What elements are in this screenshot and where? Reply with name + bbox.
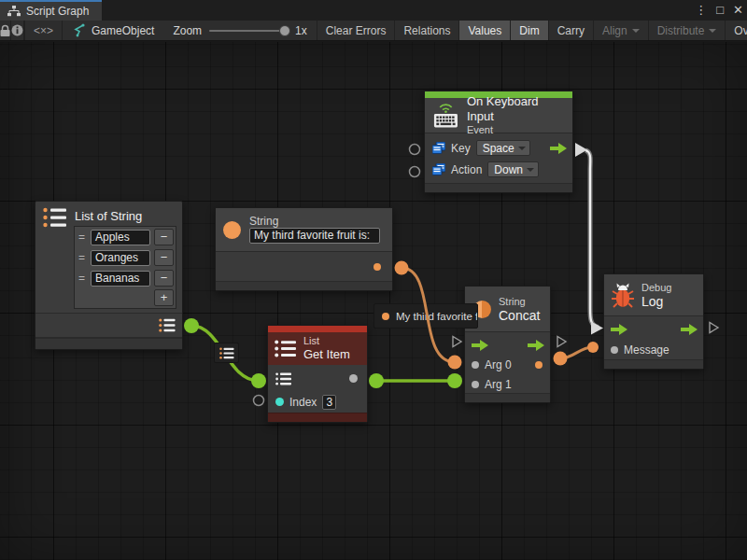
- key-port-label: Key: [451, 142, 471, 155]
- gameobject-label: GameObject: [92, 24, 154, 37]
- flow-output-port[interactable]: [681, 324, 698, 335]
- node-string-literal[interactable]: String My third favorite fruit is:: [215, 207, 393, 291]
- action-dropdown[interactable]: Down: [487, 161, 539, 177]
- flow-input-port[interactable]: [611, 324, 628, 335]
- dim-toggle[interactable]: Dim: [511, 21, 548, 40]
- values-toggle[interactable]: Values: [459, 21, 511, 40]
- code-preview-button[interactable]: <×>: [25, 21, 63, 40]
- node-footer: [425, 183, 572, 192]
- node-title: Get Item: [303, 347, 350, 362]
- node-debug-log[interactable]: Debug Log Message: [603, 273, 704, 370]
- list-input-port[interactable]: [275, 372, 292, 385]
- list-item-field[interactable]: Bananas: [91, 271, 150, 287]
- align-dropdown[interactable]: Align: [594, 21, 649, 40]
- result-output-port[interactable]: [535, 361, 543, 369]
- code-preview-glyph: <×>: [34, 24, 53, 37]
- list-item-field[interactable]: Oranges: [91, 250, 150, 266]
- unity-script-graph-window: Script Graph ⋮ □ ✕ <×>: [0, 0, 747, 560]
- node-footer: [465, 393, 550, 402]
- node-title: Log: [641, 294, 671, 309]
- index-label: Index: [289, 396, 317, 409]
- zoom-value: 1x: [295, 24, 307, 37]
- info-button[interactable]: [11, 21, 24, 40]
- node-on-keyboard-input[interactable]: On Keyboard Input Event Key Space: [424, 91, 573, 193]
- info-icon: [11, 24, 23, 36]
- distribute-label: Distribute: [657, 24, 705, 37]
- node-footer: [216, 281, 392, 290]
- string-type-icon: [223, 221, 241, 239]
- string-output-port[interactable]: [374, 263, 381, 271]
- overview-button[interactable]: Overv: [726, 21, 747, 40]
- zoom-slider-knob[interactable]: [279, 25, 290, 36]
- align-label: Align: [602, 24, 627, 37]
- remove-item-button[interactable]: −: [154, 249, 174, 266]
- drag-handle[interactable]: =: [78, 272, 87, 285]
- list-item-row: = Bananas −: [75, 268, 176, 288]
- bug-icon: [611, 282, 635, 308]
- string-value-field[interactable]: My third favorite fruit is:: [249, 228, 380, 244]
- node-category: List: [303, 335, 350, 347]
- keyboard-event-icon: [432, 102, 459, 130]
- list-item-field[interactable]: Apples: [91, 230, 150, 245]
- error-color-bar: [268, 326, 367, 332]
- chevron-down-icon: [632, 29, 640, 33]
- inline-value-icon: [432, 163, 445, 175]
- arg1-input-port[interactable]: [472, 381, 479, 388]
- node-footer: [604, 359, 703, 369]
- arg0-input-port[interactable]: [472, 361, 479, 369]
- clear-errors-button[interactable]: Clear Errors: [317, 21, 396, 40]
- zoom-slider[interactable]: [209, 30, 288, 32]
- add-item-button[interactable]: +: [154, 289, 174, 306]
- message-label: Message: [624, 343, 669, 357]
- lock-button[interactable]: [0, 21, 11, 40]
- drag-handle[interactable]: =: [78, 231, 87, 244]
- flow-output-port[interactable]: [550, 143, 568, 154]
- flow-input-port[interactable]: [472, 340, 489, 351]
- arg0-label: Arg 0: [485, 358, 512, 371]
- list-icon: [219, 347, 234, 359]
- arg1-label: Arg 1: [485, 378, 512, 391]
- remove-item-button[interactable]: −: [154, 229, 174, 245]
- window-maximize-button[interactable]: □: [716, 0, 724, 21]
- graph-owner[interactable]: GameObject: [63, 21, 163, 40]
- zoom-control: Zoom 1x: [163, 21, 317, 40]
- list-icon: [43, 207, 67, 228]
- index-value-field[interactable]: 3: [322, 395, 336, 410]
- key-dropdown[interactable]: Space: [476, 140, 530, 156]
- string-value-preview-text: My third favorite fr...: [396, 311, 478, 322]
- message-input-port[interactable]: [611, 346, 618, 354]
- key-dropdown-value: Space: [483, 142, 514, 155]
- node-category: String: [499, 296, 540, 308]
- graph-toolbar: <×> GameObject Zoom 1x Clear Errors Rela…: [0, 21, 747, 41]
- node-list-of-string[interactable]: List of String = Apples − = Oranges − = …: [35, 201, 183, 350]
- node-category: Debug: [641, 282, 671, 294]
- tab-title: Script Graph: [26, 5, 89, 18]
- list-output-port[interactable]: [159, 318, 176, 332]
- inline-value-icon: [432, 142, 445, 154]
- node-title: Concat: [499, 308, 540, 323]
- list-item-row: = Oranges −: [75, 247, 176, 268]
- window-menu-button[interactable]: ⋮: [695, 0, 707, 21]
- node-get-item[interactable]: List Get Item Index 3: [267, 325, 368, 423]
- lock-icon: [0, 24, 10, 37]
- relations-button[interactable]: Relations: [395, 21, 459, 40]
- carry-button[interactable]: Carry: [549, 21, 594, 40]
- flow-output-port[interactable]: [528, 340, 545, 351]
- string-value-dot: [382, 313, 389, 320]
- list-icon-white: [275, 340, 297, 357]
- graph-hierarchy-icon: [7, 6, 21, 17]
- string-value-preview: My third favorite fr...: [374, 303, 478, 329]
- tab-script-graph[interactable]: Script Graph: [0, 0, 102, 21]
- node-title: String: [249, 216, 385, 228]
- distribute-dropdown[interactable]: Distribute: [649, 21, 726, 40]
- node-subtitle: Event: [467, 124, 565, 136]
- index-input-port[interactable]: [275, 398, 284, 406]
- drag-handle[interactable]: =: [78, 251, 87, 264]
- item-output-port[interactable]: [349, 374, 358, 383]
- node-title: List of String: [75, 209, 142, 224]
- list-value-preview: [214, 343, 239, 363]
- remove-item-button[interactable]: −: [154, 270, 174, 287]
- action-port-label: Action: [451, 163, 482, 176]
- gameobject-icon: [72, 23, 86, 37]
- window-close-button[interactable]: ✕: [733, 0, 743, 21]
